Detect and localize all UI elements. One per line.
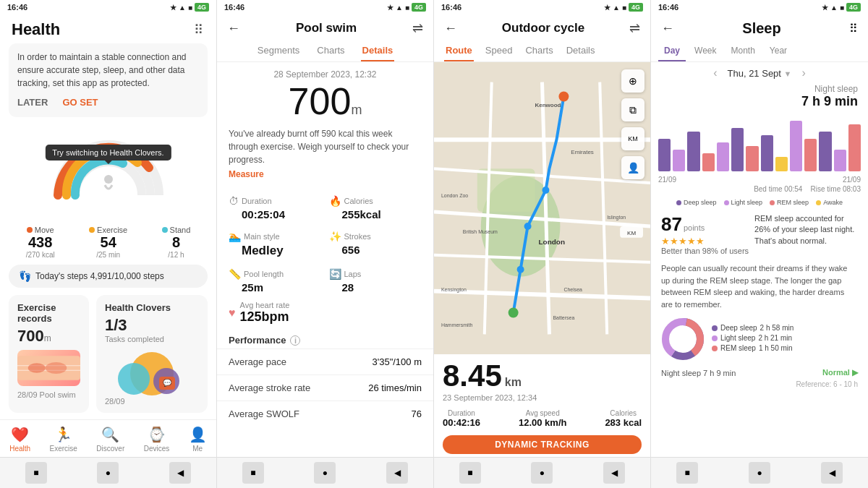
- stop-btn-4[interactable]: ■: [676, 462, 698, 484]
- cycle-map: Kenwood Emirates London Zoo British Muse…: [434, 62, 650, 354]
- perf-val-0: 3'35"/100 m: [372, 356, 422, 367]
- status-bar-1: 16:46 ★ ▲ ■ 4G: [0, 0, 216, 14]
- pool-icon: 📏: [229, 268, 241, 280]
- swim-details-grid: ⏱Duration 00:25:04 🔥Calories 255kcal 🏊Ma…: [217, 188, 433, 301]
- settings-icon-2[interactable]: ⇌: [412, 20, 423, 36]
- stop-btn-3[interactable]: ■: [459, 462, 481, 484]
- home-btn-4[interactable]: ●: [749, 462, 770, 484]
- exercise-records-card[interactable]: Exercise records 700m 28/09 Pool swim: [9, 295, 89, 413]
- panel-health: 16:46 ★ ▲ ■ 4G Health ⠿ In order to main…: [0, 0, 217, 488]
- settings-icon-3[interactable]: ⇌: [629, 20, 640, 36]
- calories-icon: 🔥: [329, 195, 341, 207]
- status-time-4: 16:46: [658, 3, 678, 12]
- detail-strokes: ✨Strokes 656: [329, 231, 422, 258]
- tab-speed[interactable]: Speed: [484, 42, 514, 61]
- back-btn-4[interactable]: ◀: [821, 462, 843, 484]
- measure-link[interactable]: Measure: [229, 168, 264, 181]
- duration-value: 00:25:04: [242, 208, 322, 221]
- strokes-value: 656: [342, 244, 422, 256]
- bs-speed-value: 12.00 km/h: [519, 417, 567, 428]
- swim-graphic: [17, 350, 80, 386]
- sleep-bar-9: [775, 157, 788, 171]
- stop-btn-2[interactable]: ■: [242, 462, 264, 484]
- go-set-button[interactable]: GO SET: [62, 95, 98, 110]
- bluetooth-icon: ★: [170, 4, 176, 12]
- exercise-value: 54: [89, 234, 127, 251]
- svg-text:London: London: [539, 238, 565, 246]
- breakdown-light: Light sleep 2 h 21 min: [712, 334, 793, 342]
- tab-route[interactable]: Route: [444, 42, 474, 61]
- svg-point-26: [517, 266, 524, 273]
- bt-icon-4: ★: [822, 4, 828, 12]
- health-banner: In order to maintain a stable connection…: [9, 43, 208, 117]
- back-button-2[interactable]: ←: [227, 21, 240, 36]
- home-btn-2[interactable]: ●: [314, 462, 336, 484]
- swim-date: 28 September 2023, 12:32: [217, 69, 433, 80]
- tab-week[interactable]: Week: [689, 43, 722, 61]
- health-clovers-card[interactable]: Health Clovers 1/3 Tasks completed 💬 28/…: [96, 295, 208, 413]
- profile-control[interactable]: 👤: [621, 156, 644, 179]
- tab-details[interactable]: Details: [361, 42, 395, 61]
- home-btn-3[interactable]: ●: [531, 462, 553, 484]
- exercise-sub: /25 min: [89, 251, 127, 259]
- status-icons-1: ★ ▲ ■ 4G: [170, 3, 209, 12]
- nav-me[interactable]: 👤 Me: [189, 426, 207, 453]
- wifi-icon-3: ■: [622, 4, 626, 12]
- home-btn-1[interactable]: ●: [97, 462, 119, 484]
- wifi-icon-2: ■: [405, 4, 409, 12]
- back-btn-1[interactable]: ◀: [169, 462, 191, 484]
- map-svg: Kenwood Emirates London Zoo British Muse…: [434, 62, 650, 354]
- breakdown-list: Deep sleep 2 h 58 min Light sleep 2 h 21…: [712, 324, 793, 354]
- prev-date-arrow[interactable]: ‹: [713, 67, 717, 80]
- nav-exercise[interactable]: 🏃 Exercise: [50, 426, 77, 453]
- layers-control[interactable]: ⧉: [621, 98, 644, 121]
- signal-icon-2: ▲: [396, 4, 403, 12]
- bd-deep-value: 2 h 58 min: [760, 324, 794, 332]
- tab-year[interactable]: Year: [764, 43, 793, 61]
- cycle-date: 23 September 2023, 12:34: [443, 393, 642, 402]
- back-btn-3[interactable]: ◀: [603, 462, 625, 484]
- sleep-bar-6: [731, 128, 744, 171]
- tab-charts[interactable]: Charts: [524, 42, 554, 61]
- nav-exercise-label: Exercise: [50, 445, 77, 453]
- main-style-value: Medley: [242, 244, 322, 258]
- night-bottom-text: Night sleep 7 h 9 min: [661, 369, 736, 377]
- battery-icon: 4G: [195, 3, 209, 12]
- svg-point-22: [558, 92, 569, 102]
- stat-move: Move 438 /270 kcal: [26, 226, 55, 259]
- map-background: Kenwood Emirates London Zoo British Muse…: [434, 62, 650, 354]
- tab-day[interactable]: Day: [658, 43, 686, 61]
- swim-distance: 700m: [217, 82, 433, 120]
- breakdown-deep: Deep sleep 2 h 58 min: [712, 324, 793, 332]
- back-btn-2[interactable]: ◀: [386, 462, 408, 484]
- dynamic-tracking-button[interactable]: DYNAMIC TRACKING: [443, 435, 642, 454]
- sleep-menu-icon[interactable]: ⠿: [849, 22, 858, 35]
- later-button[interactable]: LATER: [17, 95, 48, 110]
- back-button-3[interactable]: ←: [444, 21, 457, 36]
- legend-deep: Deep sleep: [676, 199, 717, 206]
- stop-btn-1[interactable]: ■: [25, 462, 47, 484]
- date-dropdown-icon[interactable]: ▼: [784, 69, 792, 78]
- gps-control[interactable]: ⊕: [621, 69, 644, 93]
- tab-segments[interactable]: Segments: [256, 42, 302, 61]
- performance-label: Performance: [229, 335, 286, 346]
- tab-month[interactable]: Month: [725, 43, 760, 61]
- system-nav-1: ■ ● ◀: [0, 457, 216, 488]
- sleep-legend: Deep sleep Light sleep REM sleep Awake: [651, 196, 868, 209]
- signal-icon-4: ▲: [830, 4, 838, 12]
- back-button-4[interactable]: ←: [661, 21, 674, 36]
- km-control[interactable]: KM: [621, 127, 644, 150]
- nav-health[interactable]: ❤️ Health: [9, 426, 30, 453]
- stat-stand: Stand 8 /12 h: [162, 226, 191, 259]
- light-sleep-label: Light sleep: [731, 199, 763, 206]
- perf-key-1: Average stroke rate: [229, 382, 310, 393]
- health-menu-icon[interactable]: ⠿: [194, 22, 205, 38]
- reference-text: Reference: 6 - 10 h: [651, 380, 868, 391]
- nav-health-label: Health: [9, 445, 30, 453]
- banner-actions: LATER GO SET: [17, 95, 199, 110]
- nav-discover[interactable]: 🔍 Discover: [96, 426, 124, 453]
- tab-details-cycle[interactable]: Details: [565, 42, 597, 61]
- tab-charts[interactable]: Charts: [315, 42, 346, 61]
- next-date-arrow[interactable]: ›: [801, 67, 805, 80]
- nav-devices[interactable]: ⌚ Devices: [144, 426, 170, 453]
